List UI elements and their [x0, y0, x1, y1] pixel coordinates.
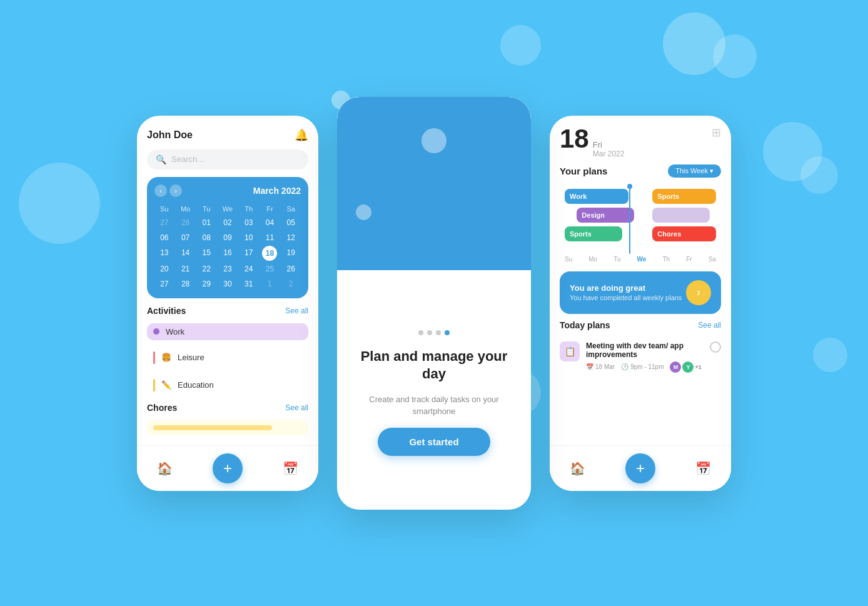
cal-cell[interactable]: 10	[239, 231, 259, 245]
cal-day-sa: Sa	[281, 203, 301, 215]
gantt-label-fr: Fr	[686, 256, 692, 263]
cal-cell[interactable]: 13	[154, 246, 174, 261]
gantt-label-tu: Tu	[613, 256, 620, 263]
bubble-10	[800, 156, 838, 194]
activity-leisure[interactable]: 🍔 Leisure	[147, 348, 308, 368]
date-number: 18	[560, 126, 589, 152]
cal-cell[interactable]: 27	[154, 216, 174, 230]
cal-cell[interactable]: 19	[281, 246, 301, 261]
middle-bottom: Plan and manage your day Create and trac…	[337, 270, 531, 510]
cal-cell[interactable]: 29	[196, 277, 216, 291]
cal-cell[interactable]: 26	[281, 262, 301, 276]
gantt-line-dot	[627, 184, 632, 189]
cal-cell[interactable]: 02	[218, 216, 238, 230]
activity-education-bar	[153, 379, 155, 391]
cal-cell[interactable]: 20	[154, 262, 174, 276]
cal-cell[interactable]: 04	[260, 216, 280, 230]
chores-section-header: Chores See all	[147, 403, 308, 413]
calendar-small-icon: 📅	[586, 363, 593, 370]
right-calendar-icon[interactable]: 📅	[695, 461, 711, 476]
cal-cell[interactable]: 05	[281, 216, 301, 230]
chores-bar	[153, 425, 272, 430]
right-fab-btn[interactable]: +	[625, 453, 655, 483]
cal-cell[interactable]: 30	[218, 277, 238, 291]
education-icon: ✏️	[161, 380, 171, 390]
chores-item[interactable]	[147, 420, 308, 435]
calendar-header: ‹ › March 2022	[154, 184, 301, 197]
activity-leisure-name: Leisure	[178, 353, 204, 362]
motivation-heading: You are doing great	[570, 283, 682, 293]
date-info: Fri Mar 2022	[593, 140, 625, 158]
gantt-label-th: Th	[662, 256, 670, 263]
bubble-1	[663, 13, 725, 75]
activities-see-all[interactable]: See all	[285, 306, 308, 315]
cal-cell[interactable]: 27	[154, 277, 174, 291]
this-week-btn[interactable]: This Week ▾	[668, 164, 721, 178]
today-see-all[interactable]: See all	[698, 321, 721, 330]
middle-top	[337, 97, 531, 270]
search-bar[interactable]: 🔍 Search...	[147, 149, 308, 169]
cal-cell[interactable]: 2	[281, 277, 301, 291]
cal-day-th: Th	[239, 203, 259, 215]
cal-cell[interactable]: 15	[196, 246, 216, 261]
left-phone: John Doe 🔔 🔍 Search... ‹ › March 2022 Su…	[137, 116, 318, 491]
cal-cell-today[interactable]: 18	[262, 246, 277, 261]
motivation-arrow-circle[interactable]: ›	[686, 280, 711, 305]
user-name: John Doe	[147, 129, 193, 141]
task-checkbox[interactable]	[710, 341, 721, 353]
cal-cell[interactable]: 1	[260, 277, 280, 291]
activity-work[interactable]: Work	[147, 323, 308, 340]
cal-cell[interactable]: 16	[218, 246, 238, 261]
task-name: Meeting with dev team/ app improvements	[586, 341, 704, 359]
cal-cell[interactable]: 23	[218, 262, 238, 276]
left-calendar-icon[interactable]: 📅	[283, 461, 298, 476]
cal-cell[interactable]: 21	[176, 262, 196, 276]
dot-1	[418, 330, 423, 335]
right-date-header: 18 Fri Mar 2022 ⊞	[560, 126, 721, 158]
left-fab-btn[interactable]: +	[213, 453, 243, 483]
cal-cell[interactable]: 17	[239, 246, 259, 261]
cal-month-label: March 2022	[253, 186, 301, 196]
cal-cell[interactable]: 12	[281, 231, 301, 245]
cal-cell[interactable]: 11	[260, 231, 280, 245]
cal-cell[interactable]: 14	[176, 246, 196, 261]
gantt-row-1: Work Sports	[565, 189, 716, 204]
date-day: Fri	[593, 140, 625, 149]
gantt-day-labels: Su Mo Tu We Th Fr Sa	[565, 256, 716, 263]
task-item-1[interactable]: 📋 Meeting with dev team/ app improvement…	[560, 336, 721, 378]
left-home-icon[interactable]: 🏠	[157, 461, 173, 476]
motivation-subtext: You have completed all weekly plans	[570, 294, 682, 301]
task-time-value: 9pm - 11pm	[630, 363, 664, 370]
right-home-icon[interactable]: 🏠	[570, 461, 585, 476]
task-icon-box: 📋	[560, 341, 580, 361]
cal-cell[interactable]: 01	[196, 216, 216, 230]
cal-cell[interactable]: 08	[196, 231, 216, 245]
cal-cell[interactable]: 24	[239, 262, 259, 276]
search-placeholder-text: Search...	[171, 154, 204, 164]
grid-icon[interactable]: ⊞	[712, 126, 721, 139]
activity-leisure-bar	[153, 351, 155, 364]
gantt-row-2: Design	[565, 208, 716, 223]
motivation-banner: You are doing great You have completed a…	[560, 271, 721, 314]
cal-cell[interactable]: 28	[176, 216, 196, 230]
cal-cell[interactable]: 03	[239, 216, 259, 230]
bubble-3	[500, 25, 541, 66]
activity-work-dot	[153, 328, 159, 335]
chores-see-all[interactable]: See all	[285, 403, 308, 412]
right-bottom-nav: 🏠 + 📅	[550, 445, 731, 491]
cal-cell[interactable]: 06	[154, 231, 174, 245]
cal-cell[interactable]: 28	[176, 277, 196, 291]
cal-cell[interactable]: 31	[239, 277, 259, 291]
cal-day-mo: Mo	[176, 203, 196, 215]
middle-phone: Plan and manage your day Create and trac…	[337, 97, 531, 510]
cal-cell[interactable]: 25	[260, 262, 280, 276]
cal-cell[interactable]: 07	[176, 231, 196, 245]
today-plans-header: Today plans See all	[560, 320, 721, 330]
cal-prev-btn[interactable]: ‹	[154, 184, 167, 197]
cal-next-btn[interactable]: ›	[169, 184, 182, 197]
cal-cell[interactable]: 22	[196, 262, 216, 276]
cal-cell[interactable]: 09	[218, 231, 238, 245]
get-started-btn[interactable]: Get started	[378, 428, 490, 456]
activity-education[interactable]: ✏️ Education	[147, 375, 308, 395]
gantt-label-mo: Mo	[588, 256, 597, 263]
